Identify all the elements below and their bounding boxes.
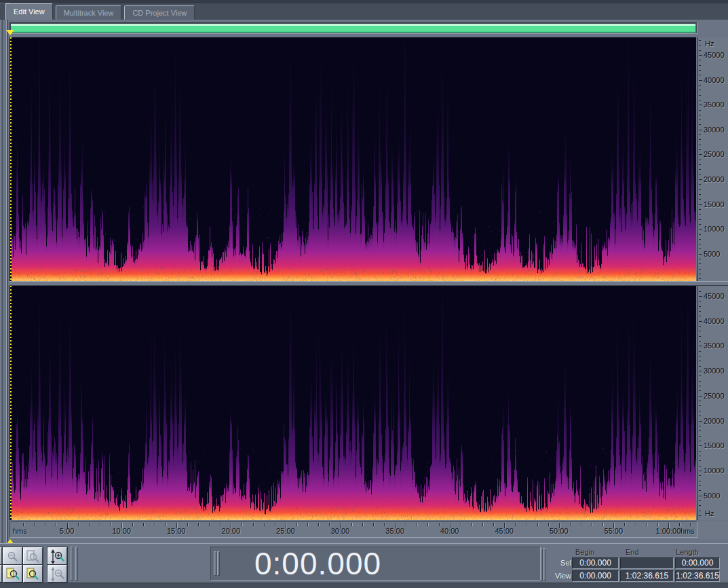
time-ruler[interactable]: 5:0010:0015:0020:0025:0030:0035:0040:004… bbox=[9, 521, 728, 539]
time-tick bbox=[690, 523, 691, 526]
time-tick bbox=[657, 523, 658, 526]
navigator-scrollbar[interactable] bbox=[9, 22, 697, 34]
view-end-field[interactable]: 1:02:36.615 bbox=[620, 570, 674, 582]
freq-tick bbox=[699, 321, 702, 322]
time-tick bbox=[264, 523, 265, 526]
freq-label: 15000 bbox=[704, 441, 725, 449]
selview-grip[interactable] bbox=[540, 548, 543, 581]
freq-tick bbox=[699, 336, 701, 337]
toolbar-grip-2[interactable] bbox=[75, 547, 78, 581]
time-tick bbox=[275, 523, 275, 526]
transport-time-display[interactable]: 0:00.000 bbox=[254, 547, 381, 580]
time-tick bbox=[78, 523, 79, 526]
freq-label: 5000 bbox=[704, 250, 720, 258]
freq-tick bbox=[699, 269, 701, 270]
tab-edit-view[interactable]: Edit View bbox=[5, 3, 53, 20]
window-bottom-edge bbox=[0, 583, 728, 588]
time-tick bbox=[461, 523, 461, 526]
freq-tick bbox=[699, 274, 701, 274]
time-tick bbox=[581, 523, 581, 526]
freq-tick bbox=[699, 85, 701, 86]
time-tick bbox=[198, 523, 199, 526]
freq-tick bbox=[699, 341, 701, 342]
time-label: 35:00 bbox=[385, 527, 404, 535]
selview-row-sel: Sel bbox=[548, 559, 571, 567]
sel-begin-field[interactable]: 0:00.000 bbox=[572, 557, 619, 569]
freq-tick bbox=[699, 209, 701, 210]
freq-tick bbox=[699, 291, 701, 292]
tab-multitrack-view[interactable]: Multitrack View bbox=[56, 5, 122, 20]
view-begin-field[interactable]: 0:00.000 bbox=[572, 570, 619, 582]
selview-grip-2[interactable] bbox=[543, 548, 546, 581]
freq-tick bbox=[699, 306, 701, 307]
freq-label: 45000 bbox=[704, 51, 725, 59]
freq-tick bbox=[699, 120, 701, 120]
time-tick bbox=[318, 523, 319, 526]
time-panel-grip[interactable] bbox=[214, 551, 216, 576]
freq-tick bbox=[699, 179, 702, 180]
frequency-ruler-channel-2[interactable]: 4500040000350003000025000200001500010000… bbox=[697, 286, 728, 520]
freq-label: 40000 bbox=[704, 317, 725, 325]
freq-tick bbox=[699, 301, 701, 301]
freq-tick bbox=[699, 326, 701, 327]
freq-label: 10000 bbox=[704, 466, 725, 475]
freq-tick bbox=[699, 351, 701, 352]
freq-tick bbox=[699, 139, 701, 140]
time-panel-grip-2[interactable] bbox=[217, 551, 220, 576]
freq-tick bbox=[699, 100, 701, 100]
freq-tick bbox=[699, 426, 701, 426]
zoom-in-vertical-button[interactable] bbox=[47, 547, 67, 565]
freq-tick bbox=[699, 490, 701, 491]
freq-tick bbox=[699, 375, 701, 376]
channel-divider[interactable] bbox=[9, 281, 728, 286]
spectrogram-channel-2[interactable] bbox=[12, 286, 696, 520]
toolbar-grip[interactable] bbox=[71, 547, 73, 581]
time-tick bbox=[111, 523, 111, 526]
spectrogram-channel-1[interactable] bbox=[12, 37, 696, 281]
view-length-field[interactable]: 1:02:36.615 bbox=[675, 570, 720, 582]
time-label: 1:00:00 bbox=[656, 527, 681, 535]
playhead-line-channel-1[interactable] bbox=[10, 37, 12, 281]
zoom-to-selection-left-button[interactable] bbox=[3, 565, 22, 583]
time-ruler-scale[interactable]: 5:0010:0015:0020:0025:0030:0035:0040:004… bbox=[9, 521, 697, 538]
time-tick bbox=[439, 523, 440, 526]
navigator-range-bar[interactable] bbox=[11, 24, 696, 33]
freq-tick bbox=[699, 356, 701, 356]
freq-label: 30000 bbox=[704, 126, 725, 134]
freq-tick bbox=[699, 371, 702, 371]
time-tick bbox=[472, 523, 472, 526]
freq-tick bbox=[699, 311, 701, 312]
page-magnifier-icon bbox=[26, 549, 41, 564]
freq-tick bbox=[699, 430, 701, 431]
freq-tick bbox=[699, 296, 702, 297]
freq-tick bbox=[699, 460, 701, 461]
freq-tick bbox=[699, 263, 701, 264]
freq-tick bbox=[699, 55, 702, 56]
zoom-out-horizontal-button bbox=[3, 547, 22, 565]
time-tick bbox=[493, 523, 494, 526]
playhead-marker-top[interactable] bbox=[6, 30, 14, 35]
time-label: 45:00 bbox=[495, 527, 514, 535]
playhead-line-channel-2[interactable] bbox=[10, 286, 12, 520]
time-tick bbox=[384, 523, 385, 526]
freq-tick bbox=[699, 416, 701, 416]
freq-tick bbox=[699, 500, 701, 501]
freq-label: 10000 bbox=[704, 225, 725, 233]
frequency-ruler-channel-1[interactable]: 4500040000350003000025000200001500010000… bbox=[697, 37, 728, 281]
freq-tick bbox=[699, 234, 701, 235]
freq-label: 30000 bbox=[704, 367, 725, 375]
clipped-zoom-button bbox=[0, 547, 2, 565]
freq-tick bbox=[699, 239, 701, 240]
freq-label: 25000 bbox=[704, 392, 725, 400]
freq-tick bbox=[699, 451, 701, 452]
tab-cd-project-view[interactable]: CD Project View bbox=[124, 5, 195, 20]
sel-length-field[interactable]: 0:00.000 bbox=[675, 557, 720, 569]
freq-tick bbox=[699, 496, 702, 496]
sel-end-field[interactable] bbox=[620, 557, 674, 569]
freq-tick bbox=[699, 331, 701, 331]
freq-tick bbox=[699, 436, 701, 437]
audition-window: Edit ViewMultitrack ViewCD Project View … bbox=[0, 0, 728, 588]
freq-tick bbox=[699, 199, 701, 200]
zoom-to-selection-right-button[interactable] bbox=[23, 565, 43, 583]
time-tick bbox=[187, 523, 188, 526]
